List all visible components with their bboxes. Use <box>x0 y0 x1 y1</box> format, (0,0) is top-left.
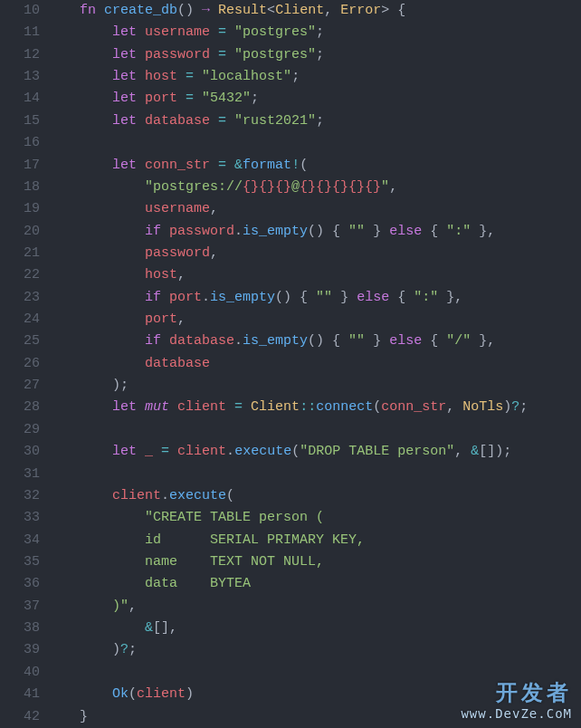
code-line[interactable] <box>47 662 581 684</box>
token: Client <box>251 399 300 415</box>
token: = <box>218 113 226 129</box>
token: port <box>145 311 177 327</box>
token: ? <box>511 399 519 415</box>
token: Result <box>218 3 267 18</box>
line-number: 13 <box>0 66 40 88</box>
token: _ <box>145 444 153 459</box>
code-line[interactable]: if port.is_empty() { "" } else { ":" }, <box>47 287 581 309</box>
code-line[interactable]: let port = "5432"; <box>47 88 581 110</box>
code-line[interactable]: let database = "rust2021"; <box>47 110 581 132</box>
line-number: 23 <box>0 287 40 309</box>
code-line[interactable]: data BYTEA <box>47 573 581 595</box>
code-line[interactable]: "postgres://{}{}{}@{}{}{}{}{}", <box>47 177 581 198</box>
line-number: 24 <box>0 309 40 330</box>
line-number: 38 <box>0 618 40 639</box>
code-line[interactable]: let _ = client.execute("DROP TABLE perso… <box>47 441 581 463</box>
token: "rust2021" <box>234 113 316 129</box>
token: format <box>243 158 291 173</box>
token: password <box>169 224 234 239</box>
token: }, <box>471 333 495 349</box>
line-number: 40 <box>0 662 40 684</box>
code-line[interactable]: fn create_db() → Result<Client, Error> { <box>47 0 581 22</box>
line-number: 39 <box>0 639 40 661</box>
token: let <box>112 24 145 40</box>
token: Error <box>340 3 381 18</box>
token: , <box>210 201 218 216</box>
token: . <box>234 224 243 239</box>
code-line[interactable]: if database.is_empty() { "" } else { "/"… <box>47 330 581 352</box>
code-line[interactable]: name TEXT NOT NULL, <box>47 551 581 573</box>
token: is_empty <box>243 224 308 239</box>
code-line[interactable]: let mut client = Client::connect(conn_st… <box>47 397 581 418</box>
token: ); <box>112 378 129 393</box>
code-line[interactable]: if password.is_empty() { "" } else { ":"… <box>47 221 581 243</box>
token <box>47 333 145 349</box>
token: client <box>112 488 161 503</box>
token: let <box>112 69 145 84</box>
token: database <box>145 113 210 129</box>
code-line[interactable]: id SERIAL PRIMARY KEY, <box>47 530 581 551</box>
token: . <box>202 290 210 305</box>
token: database <box>169 333 234 349</box>
token: connect <box>316 399 373 415</box>
code-line[interactable]: } <box>47 706 581 728</box>
token: ; <box>316 113 324 129</box>
token: execute <box>234 444 291 459</box>
code-line[interactable]: "CREATE TABLE person ( <box>47 507 581 529</box>
code-line[interactable]: Ok(client) <box>47 684 581 705</box>
token <box>226 158 234 173</box>
code-line[interactable]: let host = "localhost"; <box>47 66 581 88</box>
token <box>47 113 112 129</box>
line-number: 22 <box>0 264 40 286</box>
code-line[interactable]: port, <box>47 309 581 330</box>
code-line[interactable]: &[], <box>47 618 581 639</box>
token: database <box>145 356 210 371</box>
code-line[interactable] <box>47 419 581 441</box>
token: fn <box>80 3 104 18</box>
token: } <box>365 333 389 349</box>
code-line[interactable]: ); <box>47 375 581 397</box>
code-line[interactable]: password, <box>47 243 581 264</box>
code-line[interactable] <box>47 464 581 485</box>
line-number: 42 <box>0 706 40 728</box>
token <box>226 24 234 40</box>
token <box>47 290 145 305</box>
token: "DROP TABLE person" <box>300 444 454 459</box>
code-area[interactable]: fn create_db() → Result<Client, Error> {… <box>47 0 581 728</box>
line-number: 36 <box>0 573 40 595</box>
code-line[interactable]: username, <box>47 198 581 220</box>
code-line[interactable]: let password = "postgres"; <box>47 44 581 66</box>
token: } <box>80 709 88 724</box>
token <box>47 24 112 40</box>
code-line[interactable]: database <box>47 353 581 375</box>
code-line[interactable]: )?; <box>47 639 581 661</box>
token: []); <box>479 444 511 459</box>
token: ; <box>316 24 324 40</box>
token: username <box>145 24 210 40</box>
token <box>47 444 112 459</box>
token: let <box>112 113 145 129</box>
token: ) <box>503 399 511 415</box>
code-line[interactable]: let conn_str = &format!( <box>47 155 581 177</box>
token <box>47 576 145 591</box>
token <box>47 510 145 525</box>
code-line[interactable] <box>47 132 581 154</box>
code-line[interactable]: host, <box>47 264 581 286</box>
token: ; <box>251 91 259 106</box>
token <box>47 311 145 327</box>
code-line[interactable]: let username = "postgres"; <box>47 22 581 43</box>
token: } <box>332 290 357 305</box>
token: port <box>145 91 177 106</box>
code-line[interactable]: client.execute( <box>47 485 581 507</box>
line-number: 15 <box>0 110 40 132</box>
code-line[interactable]: )", <box>47 596 581 618</box>
token: if <box>145 333 169 349</box>
line-number: 17 <box>0 155 40 177</box>
token: ":" <box>446 224 471 239</box>
code-editor[interactable]: 1011121314151617181920212223242526272829… <box>0 0 581 728</box>
token <box>177 69 186 84</box>
line-number: 37 <box>0 596 40 618</box>
token: "localhost" <box>202 69 291 84</box>
token: < <box>267 3 275 18</box>
token: {}{}{}{}{} <box>300 179 381 195</box>
